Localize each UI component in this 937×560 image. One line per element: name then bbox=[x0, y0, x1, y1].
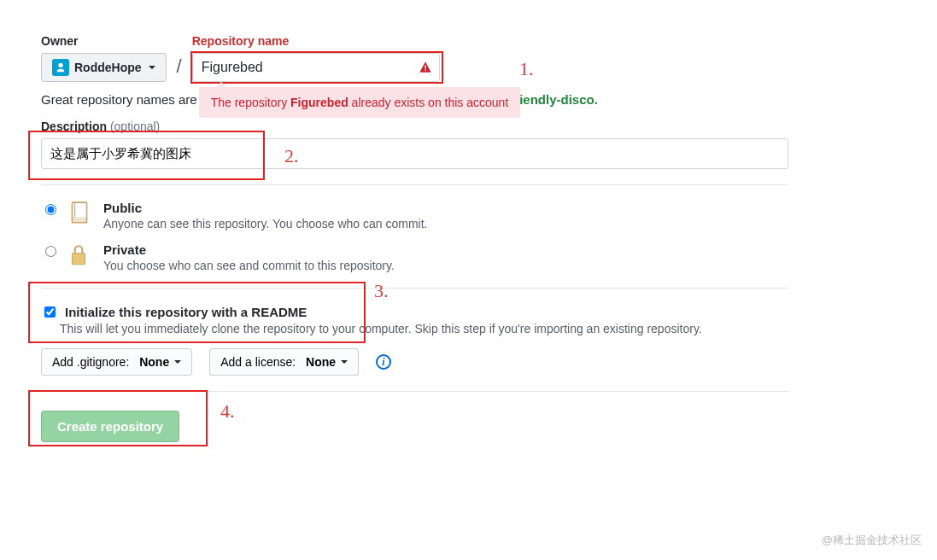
svg-rect-1 bbox=[425, 66, 425, 69]
visibility-public-sub: Anyone can see this repository. You choo… bbox=[103, 217, 428, 230]
repo-icon bbox=[67, 201, 95, 229]
svg-rect-4 bbox=[72, 217, 86, 222]
chevron-down-icon bbox=[149, 66, 155, 69]
owner-dropdown[interactable]: RoddeHope bbox=[41, 53, 167, 82]
init-readme-checkbox[interactable] bbox=[44, 306, 56, 318]
visibility-public-title: Public bbox=[103, 201, 428, 215]
repo-name-suggestion[interactable]: friendly-disco. bbox=[510, 92, 598, 107]
create-repository-button[interactable]: Create repository bbox=[41, 411, 179, 442]
visibility-private-title: Private bbox=[103, 242, 395, 257]
slash-separator: / bbox=[177, 34, 182, 78]
repo-name-input[interactable] bbox=[192, 53, 440, 82]
lock-icon bbox=[67, 242, 95, 271]
annotation-3: 3. bbox=[374, 280, 389, 302]
repo-name-label: Repository name bbox=[192, 34, 440, 48]
annotation-1: 1. bbox=[519, 58, 534, 80]
info-icon[interactable]: i bbox=[376, 354, 391, 370]
visibility-private-sub: You choose who can see and commit to thi… bbox=[103, 259, 395, 272]
divider bbox=[41, 184, 788, 185]
owner-username: RoddeHope bbox=[74, 61, 142, 74]
svg-rect-2 bbox=[425, 70, 425, 71]
visibility-private-radio[interactable] bbox=[45, 246, 56, 257]
alert-icon bbox=[419, 61, 432, 77]
svg-rect-6 bbox=[73, 254, 85, 265]
license-dropdown[interactable]: Add a license: None bbox=[209, 348, 359, 376]
chevron-down-icon bbox=[174, 360, 181, 364]
divider bbox=[41, 391, 788, 392]
chevron-down-icon bbox=[341, 360, 348, 364]
error-tooltip: The repository Figurebed already exists … bbox=[199, 87, 521, 118]
gitignore-dropdown[interactable]: Add .gitignore: None bbox=[41, 348, 192, 376]
visibility-public-radio[interactable] bbox=[45, 204, 56, 215]
avatar bbox=[52, 59, 69, 76]
divider bbox=[41, 288, 788, 289]
svg-point-0 bbox=[58, 63, 62, 67]
annotation-4: 4. bbox=[220, 400, 235, 423]
init-readme-title: Initialize this repository with a README bbox=[65, 305, 307, 319]
owner-label: Owner bbox=[41, 34, 167, 48]
description-input[interactable] bbox=[41, 138, 788, 169]
description-label: Description (optional) bbox=[41, 120, 896, 133]
init-readme-sub: This will let you immediately clone the … bbox=[60, 322, 896, 335]
